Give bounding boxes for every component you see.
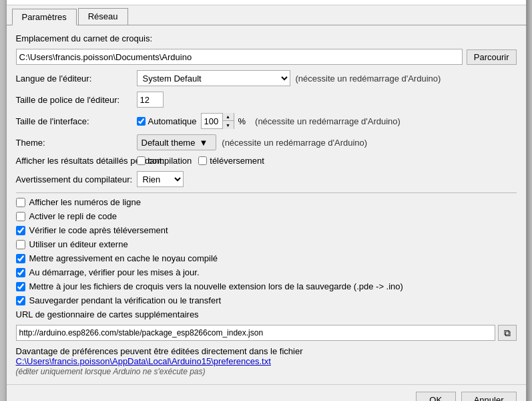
spinner-up[interactable]: ▲ xyxy=(223,113,234,121)
show-results-label: Afficher les résultats détaillés pendant… xyxy=(16,156,133,166)
url-input[interactable] xyxy=(16,325,495,341)
external-editor-checkbox[interactable] xyxy=(16,240,25,249)
show-results-row: Afficher les résultats détaillés pendant… xyxy=(16,156,517,166)
compiler-warning-row: Avertissement du compilateur: Rien Défau… xyxy=(16,171,517,187)
telechargement-label[interactable]: téléversement xyxy=(210,156,264,166)
tab-reseau[interactable]: Réseau xyxy=(78,8,128,25)
copy-url-button[interactable]: ⧉ xyxy=(498,325,517,341)
compiler-warning-select[interactable]: Rien Défaut Plus Tout xyxy=(137,171,184,187)
preferences-note: Davantage de préférences peuvent être éd… xyxy=(16,346,303,356)
language-label: Langue de l'éditeur: xyxy=(16,74,133,84)
url-input-row: ⧉ xyxy=(16,325,517,341)
interface-note: (nécessite un redémarrage d'Arduino) xyxy=(255,116,401,126)
language-note: (nécessite un redémarrage d'Arduino) xyxy=(296,74,441,84)
preferences-note-area: Davantage de préférences peuvent être éd… xyxy=(16,346,517,356)
close-button[interactable]: ✕ xyxy=(505,0,519,1)
theme-note: (nécessite un redémarrage d'Arduino) xyxy=(222,138,367,148)
preferences-path[interactable]: C:\Users\francis.poisson\AppData\Local\A… xyxy=(16,356,271,366)
preferences-dialog: Préférences ✕ Paramètres Réseau Emplacem… xyxy=(6,0,527,401)
checkbox-line-numbers[interactable]: Afficher les numéros de ligne xyxy=(16,197,517,207)
code-folding-checkbox[interactable] xyxy=(16,212,25,221)
ok-button[interactable]: OK xyxy=(416,392,456,401)
checkbox-code-folding[interactable]: Activer le repli de code xyxy=(16,211,517,221)
pct-input[interactable] xyxy=(202,114,223,128)
browse-button[interactable]: Parcourir xyxy=(467,49,517,65)
dialog-footer: OK Annuler xyxy=(7,384,526,401)
check-updates-checkbox[interactable] xyxy=(16,268,25,277)
interface-size-row: Taille de l'interface: Automatique ▲ ▼ %… xyxy=(16,113,517,129)
tab-bar: Paramètres Réseau xyxy=(7,5,526,25)
pct-spinner: ▲ ▼ xyxy=(201,113,234,129)
url-label: URL de gestionnaire de cartes supplément… xyxy=(16,309,199,319)
line-numbers-checkbox[interactable] xyxy=(16,198,25,207)
sketch-location-input-row: Parcourir xyxy=(16,49,517,65)
theme-value: Default theme xyxy=(142,138,196,148)
cache-compiled-checkbox[interactable] xyxy=(16,254,25,263)
tab-parametres[interactable]: Paramètres xyxy=(12,9,77,25)
cancel-button[interactable]: Annuler xyxy=(461,392,517,401)
update-extension-checkbox[interactable] xyxy=(16,282,25,291)
checkbox-external-editor[interactable]: Utiliser un éditeur externe xyxy=(16,239,517,249)
font-size-row: Taille de police de l'éditeur: xyxy=(16,92,517,108)
checkbox-verify-upload[interactable]: Vérifier le code après téléversement xyxy=(16,225,517,235)
telechargement-check-wrapper: téléversement xyxy=(198,156,264,166)
theme-row: Theme: Default theme ▼ (nécessite un red… xyxy=(16,134,517,150)
verify-upload-checkbox[interactable] xyxy=(16,226,25,235)
spinner-down[interactable]: ▼ xyxy=(223,121,234,129)
language-row: Langue de l'éditeur: System Default (néc… xyxy=(16,70,517,86)
interface-size-label: Taille de l'interface: xyxy=(16,116,133,126)
compilation-label[interactable]: compilation xyxy=(148,156,192,166)
auto-label[interactable]: Automatique xyxy=(148,116,197,126)
font-size-label: Taille de police de l'éditeur: xyxy=(16,95,133,105)
pct-unit: % xyxy=(238,116,246,126)
checkbox-check-updates[interactable]: Au démarrage, vérifier pour les mises à … xyxy=(16,267,517,277)
compiler-warning-label: Avertissement du compilateur: xyxy=(16,174,133,184)
font-size-input[interactable] xyxy=(137,92,164,108)
language-select[interactable]: System Default xyxy=(137,70,290,86)
dropdown-arrow-icon: ▼ xyxy=(199,138,208,148)
content-area: Emplacement du carnet de croquis: Parcou… xyxy=(7,25,526,384)
theme-dropdown[interactable]: Default theme ▼ xyxy=(137,134,217,150)
sketch-location-input[interactable] xyxy=(16,49,463,65)
theme-label: Theme: xyxy=(16,138,133,148)
checkbox-update-extension[interactable]: Mettre à jour les fichiers de croquis ve… xyxy=(16,281,517,291)
preferences-path-area: C:\Users\francis.poisson\AppData\Local\A… xyxy=(16,356,517,366)
title-bar: Préférences ✕ xyxy=(7,0,526,5)
dialog-title: Préférences xyxy=(13,0,63,1)
edit-note: (éditer uniquement lorsque Arduino ne s'… xyxy=(16,367,206,376)
edit-note-area: (éditer uniquement lorsque Arduino ne s'… xyxy=(16,366,517,376)
checkbox-cache-compiled[interactable]: Mettre agressivement en cache le noyau c… xyxy=(16,253,517,263)
sketch-location-label: Emplacement du carnet de croquis: xyxy=(16,33,153,43)
save-verification-checkbox[interactable] xyxy=(16,296,25,305)
spinner-buttons: ▲ ▼ xyxy=(223,113,234,129)
auto-checkbox[interactable] xyxy=(137,117,146,126)
auto-checkbox-wrapper: Automatique xyxy=(137,116,197,126)
checkbox-save-verification[interactable]: Sauvegarder pendant la vérification ou l… xyxy=(16,295,517,305)
url-row: URL de gestionnaire de cartes supplément… xyxy=(16,309,517,319)
compilation-check-wrapper: compilation xyxy=(137,156,192,166)
sketch-location-row: Emplacement du carnet de croquis: xyxy=(16,33,517,43)
copy-icon: ⧉ xyxy=(504,327,511,339)
compilation-checkbox[interactable] xyxy=(137,156,146,165)
telechargement-checkbox[interactable] xyxy=(198,156,207,165)
divider-1 xyxy=(16,192,517,193)
